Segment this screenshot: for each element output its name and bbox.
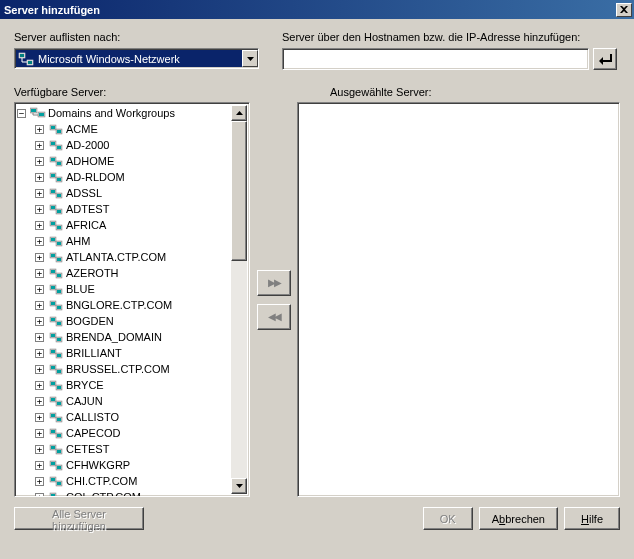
tree-item[interactable]: +ADTEST [17,201,231,217]
svg-rect-95 [57,466,61,469]
expand-icon[interactable]: + [35,125,44,134]
tree-item[interactable]: +AFRICA [17,217,231,233]
expand-icon[interactable]: + [35,317,44,326]
tree-item[interactable]: +BOGDEN [17,313,231,329]
tree-item[interactable]: +ATLANTA.CTP.COM [17,249,231,265]
scroll-thumb[interactable] [231,121,247,261]
expand-icon[interactable]: + [35,429,44,438]
expand-icon[interactable]: + [35,205,44,214]
tree-root-node[interactable]: − Domains and Workgroups [17,105,231,121]
remove-server-button[interactable]: ◀◀ [257,304,291,330]
expand-icon[interactable]: + [35,189,44,198]
add-server-button[interactable]: ▶▶ [257,270,291,296]
expand-icon[interactable]: + [35,461,44,470]
tree-item-label: AFRICA [66,217,106,233]
expand-icon[interactable]: + [35,221,44,230]
tree-item[interactable]: +BRILLIANT [17,345,231,361]
close-icon [620,6,628,13]
tree-item[interactable]: +AZEROTH [17,265,231,281]
network-dropdown[interactable]: Microsoft Windows-Netzwerk [14,48,259,69]
available-servers-tree[interactable]: − Domains and Workgroups +ACME+AD-2000+A… [14,102,250,497]
hostname-input[interactable] [282,48,589,70]
svg-rect-81 [51,414,55,417]
expand-icon[interactable]: + [35,477,44,486]
tree-scrollbar[interactable] [231,105,247,494]
expand-icon[interactable]: + [35,445,44,454]
scroll-down-button[interactable] [231,478,247,494]
svg-rect-71 [57,370,61,373]
svg-rect-29 [51,206,55,209]
dropdown-arrow-button[interactable] [242,50,258,67]
svg-rect-27 [57,194,61,197]
expand-icon[interactable]: + [35,301,44,310]
domain-icon [48,282,64,296]
svg-rect-73 [51,382,55,385]
tree-item[interactable]: +CALLISTO [17,409,231,425]
domain-icon [48,330,64,344]
tree-root-label: Domains and Workgroups [48,105,175,121]
domain-icon [48,234,64,248]
add-host-button[interactable] [593,48,617,70]
tree-item[interactable]: +CFHWKGRP [17,457,231,473]
tree-item-label: BNGLORE.CTP.COM [66,297,172,313]
expand-icon[interactable]: + [35,397,44,406]
tree-item[interactable]: +ACME [17,121,231,137]
tree-item[interactable]: +BLUE [17,281,231,297]
expand-icon[interactable]: + [35,269,44,278]
tree-item[interactable]: +CETEST [17,441,231,457]
collapse-icon[interactable]: − [17,109,26,118]
svg-rect-85 [51,430,55,433]
expand-icon[interactable]: + [35,413,44,422]
expand-icon[interactable]: + [35,349,44,358]
tree-item[interactable]: +BNGLORE.CTP.COM [17,297,231,313]
svg-rect-25 [51,190,55,193]
expand-icon[interactable]: + [35,173,44,182]
svg-rect-37 [51,238,55,241]
cancel-button[interactable]: Abbrechen [479,507,558,530]
domain-icon [48,442,64,456]
expand-icon[interactable]: + [35,365,44,374]
tree-item[interactable]: +AD-2000 [17,137,231,153]
scroll-track[interactable] [231,121,247,478]
svg-rect-47 [57,274,61,277]
domain-icon [48,490,64,497]
tree-item[interactable]: +CAJUN [17,393,231,409]
svg-rect-99 [57,482,61,485]
expand-icon[interactable]: + [35,157,44,166]
tree-item[interactable]: +CAPECOD [17,425,231,441]
domain-icon [48,266,64,280]
expand-icon[interactable]: + [35,237,44,246]
expand-icon[interactable]: + [35,253,44,262]
tree-item-label: BOGDEN [66,313,114,329]
svg-rect-41 [51,254,55,257]
svg-rect-87 [57,434,61,437]
expand-icon[interactable]: + [35,493,44,498]
svg-rect-83 [57,418,61,421]
tree-item-label: BRILLIANT [66,345,122,361]
tree-item[interactable]: +ADHOME [17,153,231,169]
domain-icon [48,154,64,168]
tree-item-label: ADHOME [66,153,114,169]
close-button[interactable] [616,3,632,17]
expand-icon[interactable]: + [35,333,44,342]
tree-item[interactable]: +BRENDA_DOMAIN [17,329,231,345]
svg-rect-39 [57,242,61,245]
tree-item[interactable]: +COL.CTP.COM [17,489,231,497]
selected-servers-list[interactable] [297,102,620,497]
tree-item-label: AZEROTH [66,265,119,281]
tree-item[interactable]: +AHM [17,233,231,249]
expand-icon[interactable]: + [35,141,44,150]
tree-item[interactable]: +CHI.CTP.COM [17,473,231,489]
tree-item[interactable]: +BRYCE [17,377,231,393]
domains-icon [30,106,46,120]
tree-item[interactable]: +ADSSL [17,185,231,201]
tree-item[interactable]: +BRUSSEL.CTP.COM [17,361,231,377]
expand-icon[interactable]: + [35,285,44,294]
help-button[interactable]: Hilfe [564,507,620,530]
scroll-up-button[interactable] [231,105,247,121]
svg-rect-3 [28,61,32,64]
domain-icon [48,138,64,152]
tree-item[interactable]: +AD-RLDOM [17,169,231,185]
svg-rect-55 [57,306,61,309]
expand-icon[interactable]: + [35,381,44,390]
